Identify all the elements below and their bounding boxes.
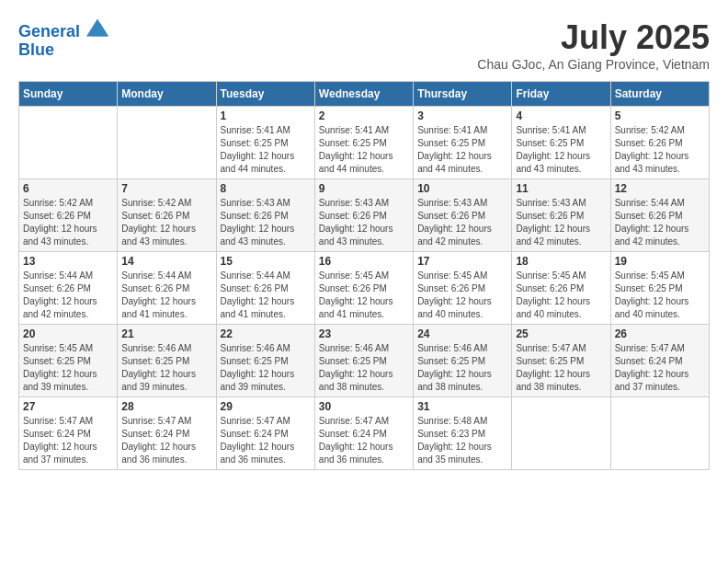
calendar-week-5: 27Sunrise: 5:47 AM Sunset: 6:24 PM Dayli… xyxy=(19,397,710,470)
calendar-week-2: 6Sunrise: 5:42 AM Sunset: 6:26 PM Daylig… xyxy=(19,179,710,252)
day-info: Sunrise: 5:42 AM Sunset: 6:26 PM Dayligh… xyxy=(23,197,113,248)
calendar-cell: 10Sunrise: 5:43 AM Sunset: 6:26 PM Dayli… xyxy=(414,179,512,252)
day-info: Sunrise: 5:47 AM Sunset: 6:24 PM Dayligh… xyxy=(23,415,113,466)
day-info: Sunrise: 5:47 AM Sunset: 6:24 PM Dayligh… xyxy=(319,415,409,466)
calendar-cell: 25Sunrise: 5:47 AM Sunset: 6:25 PM Dayli… xyxy=(512,325,610,397)
calendar-cell: 1Sunrise: 5:41 AM Sunset: 6:25 PM Daylig… xyxy=(216,107,314,179)
day-info: Sunrise: 5:47 AM Sunset: 6:24 PM Dayligh… xyxy=(221,415,311,466)
weekday-header-sunday: Sunday xyxy=(19,82,118,107)
day-info: Sunrise: 5:45 AM Sunset: 6:25 PM Dayligh… xyxy=(615,270,705,321)
calendar-cell: 12Sunrise: 5:44 AM Sunset: 6:26 PM Dayli… xyxy=(610,179,709,252)
day-number: 1 xyxy=(221,109,311,122)
day-info: Sunrise: 5:47 AM Sunset: 6:24 PM Dayligh… xyxy=(615,342,705,394)
calendar-cell: 2Sunrise: 5:41 AM Sunset: 6:25 PM Daylig… xyxy=(314,107,413,179)
day-number: 14 xyxy=(121,255,211,268)
title-block: July 2025 Chau GJoc, An Giang Province, … xyxy=(477,18,710,72)
calendar-cell: 4Sunrise: 5:41 AM Sunset: 6:25 PM Daylig… xyxy=(512,107,610,179)
day-number: 28 xyxy=(121,400,211,413)
calendar-cell: 23Sunrise: 5:46 AM Sunset: 6:25 PM Dayli… xyxy=(314,325,413,397)
calendar-cell: 9Sunrise: 5:43 AM Sunset: 6:26 PM Daylig… xyxy=(314,179,413,252)
calendar-cell: 18Sunrise: 5:45 AM Sunset: 6:26 PM Dayli… xyxy=(512,252,610,325)
day-number: 10 xyxy=(417,182,507,195)
logo-blue: Blue xyxy=(18,41,108,60)
day-number: 9 xyxy=(319,182,409,195)
day-number: 30 xyxy=(319,400,409,413)
day-number: 20 xyxy=(23,327,113,340)
day-info: Sunrise: 5:43 AM Sunset: 6:26 PM Dayligh… xyxy=(516,197,606,248)
weekday-header-thursday: Thursday xyxy=(414,82,512,107)
day-info: Sunrise: 5:43 AM Sunset: 6:26 PM Dayligh… xyxy=(417,197,507,248)
day-number: 11 xyxy=(516,182,606,195)
day-number: 25 xyxy=(516,327,606,340)
calendar-cell: 30Sunrise: 5:47 AM Sunset: 6:24 PM Dayli… xyxy=(314,397,413,470)
day-number: 31 xyxy=(417,400,507,413)
calendar-cell: 21Sunrise: 5:46 AM Sunset: 6:25 PM Dayli… xyxy=(118,325,216,397)
day-info: Sunrise: 5:42 AM Sunset: 6:26 PM Dayligh… xyxy=(121,197,211,248)
day-info: Sunrise: 5:41 AM Sunset: 6:25 PM Dayligh… xyxy=(319,124,409,176)
day-number: 2 xyxy=(319,109,409,122)
logo-text: General xyxy=(18,18,108,41)
calendar-cell: 14Sunrise: 5:44 AM Sunset: 6:26 PM Dayli… xyxy=(118,252,216,325)
day-number: 6 xyxy=(23,182,113,195)
day-info: Sunrise: 5:44 AM Sunset: 6:26 PM Dayligh… xyxy=(221,270,311,321)
calendar-cell: 3Sunrise: 5:41 AM Sunset: 6:25 PM Daylig… xyxy=(414,107,512,179)
day-info: Sunrise: 5:44 AM Sunset: 6:26 PM Dayligh… xyxy=(121,270,211,321)
calendar-cell: 13Sunrise: 5:44 AM Sunset: 6:26 PM Dayli… xyxy=(19,252,118,325)
day-number: 19 xyxy=(615,255,705,268)
weekday-header-friday: Friday xyxy=(512,82,610,107)
month-title: July 2025 xyxy=(477,18,710,57)
day-number: 12 xyxy=(615,182,705,195)
day-info: Sunrise: 5:46 AM Sunset: 6:25 PM Dayligh… xyxy=(417,342,507,394)
calendar-cell: 31Sunrise: 5:48 AM Sunset: 6:23 PM Dayli… xyxy=(414,397,512,470)
day-number: 27 xyxy=(23,400,113,413)
day-number: 22 xyxy=(221,327,311,340)
weekday-header-saturday: Saturday xyxy=(610,82,709,107)
day-info: Sunrise: 5:41 AM Sunset: 6:25 PM Dayligh… xyxy=(417,124,507,176)
day-info: Sunrise: 5:46 AM Sunset: 6:25 PM Dayligh… xyxy=(221,342,311,394)
calendar-cell: 5Sunrise: 5:42 AM Sunset: 6:26 PM Daylig… xyxy=(610,107,709,179)
calendar-week-1: 1Sunrise: 5:41 AM Sunset: 6:25 PM Daylig… xyxy=(19,107,710,179)
calendar-cell xyxy=(512,397,610,470)
calendar-cell: 15Sunrise: 5:44 AM Sunset: 6:26 PM Dayli… xyxy=(216,252,314,325)
day-info: Sunrise: 5:45 AM Sunset: 6:25 PM Dayligh… xyxy=(23,342,113,394)
calendar-cell: 7Sunrise: 5:42 AM Sunset: 6:26 PM Daylig… xyxy=(118,179,216,252)
calendar-cell: 16Sunrise: 5:45 AM Sunset: 6:26 PM Dayli… xyxy=(314,252,413,325)
logo: General Blue xyxy=(18,18,108,60)
day-number: 29 xyxy=(221,400,311,413)
day-info: Sunrise: 5:45 AM Sunset: 6:26 PM Dayligh… xyxy=(319,270,409,321)
day-info: Sunrise: 5:47 AM Sunset: 6:24 PM Dayligh… xyxy=(121,415,211,466)
day-info: Sunrise: 5:43 AM Sunset: 6:26 PM Dayligh… xyxy=(319,197,409,248)
calendar-cell: 28Sunrise: 5:47 AM Sunset: 6:24 PM Dayli… xyxy=(118,397,216,470)
day-info: Sunrise: 5:45 AM Sunset: 6:26 PM Dayligh… xyxy=(417,270,507,321)
calendar-cell: 22Sunrise: 5:46 AM Sunset: 6:25 PM Dayli… xyxy=(216,325,314,397)
day-number: 24 xyxy=(417,327,507,340)
day-number: 23 xyxy=(319,327,409,340)
day-number: 3 xyxy=(417,109,507,122)
day-number: 8 xyxy=(221,182,311,195)
weekday-header-row: SundayMondayTuesdayWednesdayThursdayFrid… xyxy=(19,82,710,107)
calendar-table: SundayMondayTuesdayWednesdayThursdayFrid… xyxy=(18,81,710,470)
calendar-cell: 8Sunrise: 5:43 AM Sunset: 6:26 PM Daylig… xyxy=(216,179,314,252)
calendar-cell xyxy=(19,107,118,179)
day-number: 17 xyxy=(417,255,507,268)
calendar-cell: 17Sunrise: 5:45 AM Sunset: 6:26 PM Dayli… xyxy=(414,252,512,325)
day-number: 16 xyxy=(319,255,409,268)
calendar-cell: 19Sunrise: 5:45 AM Sunset: 6:25 PM Dayli… xyxy=(610,252,709,325)
weekday-header-monday: Monday xyxy=(118,82,216,107)
calendar-cell: 29Sunrise: 5:47 AM Sunset: 6:24 PM Dayli… xyxy=(216,397,314,470)
day-info: Sunrise: 5:41 AM Sunset: 6:25 PM Dayligh… xyxy=(221,124,311,176)
day-number: 7 xyxy=(121,182,211,195)
day-info: Sunrise: 5:45 AM Sunset: 6:26 PM Dayligh… xyxy=(516,270,606,321)
day-info: Sunrise: 5:42 AM Sunset: 6:26 PM Dayligh… xyxy=(615,124,705,176)
location: Chau GJoc, An Giang Province, Vietnam xyxy=(477,57,710,72)
day-info: Sunrise: 5:46 AM Sunset: 6:25 PM Dayligh… xyxy=(121,342,211,394)
day-info: Sunrise: 5:43 AM Sunset: 6:26 PM Dayligh… xyxy=(221,197,311,248)
calendar-week-3: 13Sunrise: 5:44 AM Sunset: 6:26 PM Dayli… xyxy=(19,252,710,325)
calendar-cell: 26Sunrise: 5:47 AM Sunset: 6:24 PM Dayli… xyxy=(610,325,709,397)
day-number: 18 xyxy=(516,255,606,268)
calendar-cell: 24Sunrise: 5:46 AM Sunset: 6:25 PM Dayli… xyxy=(414,325,512,397)
day-number: 5 xyxy=(615,109,705,122)
day-number: 13 xyxy=(23,255,113,268)
day-info: Sunrise: 5:47 AM Sunset: 6:25 PM Dayligh… xyxy=(516,342,606,394)
calendar-cell: 20Sunrise: 5:45 AM Sunset: 6:25 PM Dayli… xyxy=(19,325,118,397)
